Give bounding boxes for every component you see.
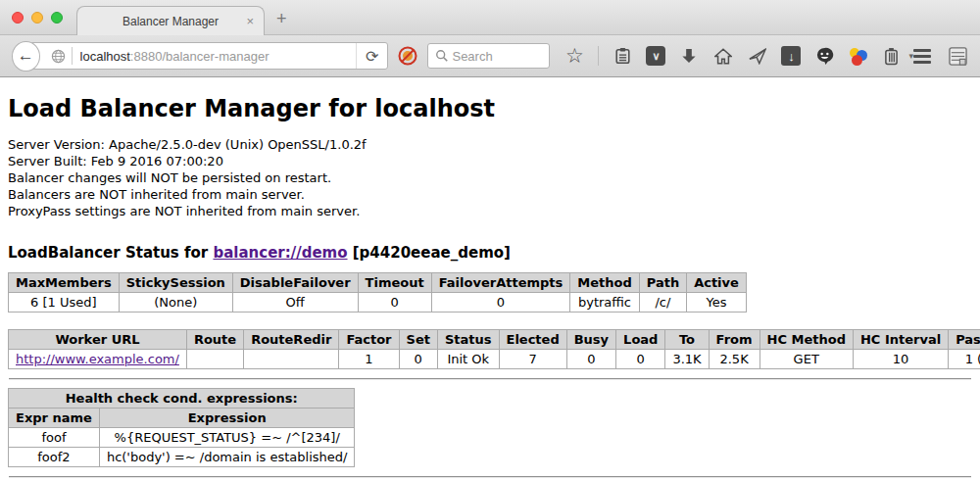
col-status: Status <box>437 330 499 350</box>
url-separator <box>72 47 73 65</box>
col-method: Method <box>570 273 639 293</box>
health-check-table: Health check cond. expressions: Expr nam… <box>8 388 355 467</box>
tab-close-icon[interactable]: × <box>246 14 254 28</box>
smiley-icon[interactable] <box>813 45 835 67</box>
downloads-icon[interactable] <box>678 45 700 67</box>
grid-icon[interactable] <box>947 45 968 67</box>
col-route: Route <box>186 330 243 350</box>
bookmark-star-icon[interactable]: ☆ <box>564 45 585 67</box>
col-stickysession: StickySession <box>119 273 232 293</box>
table-header-row: Worker URL Route RouteRedir Factor Set S… <box>9 330 980 350</box>
clipboard-icon[interactable] <box>612 45 633 67</box>
home-icon[interactable] <box>712 45 734 67</box>
table-title-row: Health check cond. expressions: <box>9 389 355 409</box>
status-prefix: LoadBalancer Status for <box>8 244 213 262</box>
navigation-toolbar: ← localhost:8880/balancer-manager ⟳ ☆ ∨ <box>0 35 980 77</box>
table-row: 6 [1 Used] (None) Off 0 0 bytraffic /c/ … <box>9 293 747 313</box>
search-icon <box>434 45 450 67</box>
health-table-title: Health check cond. expressions: <box>9 389 355 409</box>
titlebar: Balancer Manager × + <box>0 0 980 35</box>
worker-url-link[interactable]: http://www.example.com/ <box>16 352 179 366</box>
col-to: To <box>665 330 709 350</box>
pocket-icon[interactable]: ∨ <box>646 46 665 66</box>
menu-icon[interactable] <box>913 49 931 64</box>
col-expr-name: Expr name <box>9 409 100 428</box>
balancers-notice-line: Balancers are NOT inherited from main se… <box>8 186 972 203</box>
table-header-row: Expr name Expression <box>9 409 355 428</box>
col-busy: Busy <box>566 330 615 350</box>
browser-tab[interactable]: Balancer Manager × <box>76 6 265 35</box>
toolbar-divider <box>598 46 599 66</box>
traffic-lights <box>12 12 63 24</box>
back-button[interactable]: ← <box>12 41 40 72</box>
worker-table: Worker URL Route RouteRedir Factor Set S… <box>8 329 980 369</box>
col-failoverattempts: FailoverAttempts <box>431 273 570 293</box>
browser-window: Balancer Manager × + ← localhost:8880/ba… <box>0 0 980 481</box>
toolbar-buttons: ☆ ∨ ↓ <box>564 45 913 67</box>
server-built-line: Server Built: Feb 9 2016 07:00:20 <box>8 153 972 169</box>
col-hc-interval: HC Interval <box>853 330 948 350</box>
loadbalancer-status-heading: LoadBalancer Status for balancer://demo … <box>8 244 972 262</box>
col-expression: Expression <box>99 409 355 428</box>
close-window-button[interactable] <box>12 12 24 24</box>
url-host: localhost <box>80 49 130 64</box>
col-maxmembers: MaxMembers <box>9 273 120 293</box>
col-active: Active <box>687 273 747 293</box>
reload-icon[interactable]: ⟳ <box>356 43 387 69</box>
col-disablefailover: DisableFailover <box>232 273 358 293</box>
col-worker-url: Worker URL <box>9 330 187 350</box>
server-version-line: Server Version: Apache/2.5.0-dev (Unix) … <box>8 136 972 153</box>
bottom-divider <box>9 476 971 478</box>
table-row: http://www.example.com/ 1 0 Init Ok 7 0 … <box>9 350 980 369</box>
table-row: foof %{REQUEST_STATUS} =~ /^[234]/ <box>9 428 355 448</box>
server-info: Server Version: Apache/2.5.0-dev (Unix) … <box>8 136 972 219</box>
toolbar-right <box>913 45 968 67</box>
colored-dots-icon[interactable] <box>848 46 867 66</box>
download-box-icon[interactable]: ↓ <box>781 46 801 66</box>
page-content: Load Balancer Manager for localhost Serv… <box>0 77 980 480</box>
col-routeredir: RouteRedir <box>244 330 339 350</box>
minimize-window-button[interactable] <box>31 12 43 24</box>
table-header-row: MaxMembers StickySession DisableFailover… <box>9 273 747 293</box>
col-from: From <box>709 330 760 350</box>
url-bar[interactable]: localhost:8880/balancer-manager ⟳ <box>24 42 389 70</box>
col-path: Path <box>639 273 686 293</box>
battery-icon[interactable] <box>880 45 902 67</box>
new-tab-button[interactable]: + <box>276 10 287 27</box>
col-hc-method: HC Method <box>760 330 853 350</box>
persist-notice-line: Balancer changes will NOT be persisted o… <box>8 169 972 186</box>
status-suffix: [p4420eeae_demo] <box>348 244 511 262</box>
balancer-summary-table: MaxMembers StickySession DisableFailover… <box>8 272 747 313</box>
url-path: :8880/balancer-manager <box>130 49 270 64</box>
search-input[interactable] <box>450 48 543 65</box>
search-box[interactable] <box>427 43 550 69</box>
table-row: foof2 hc('body') =~ /domain is establish… <box>9 448 355 467</box>
zoom-window-button[interactable] <box>51 12 63 24</box>
col-set: Set <box>399 330 437 350</box>
paper-plane-icon[interactable] <box>747 45 768 67</box>
globe-icon <box>51 49 66 64</box>
col-load: Load <box>616 330 665 350</box>
col-timeout: Timeout <box>358 273 431 293</box>
url-text[interactable]: localhost:8880/balancer-manager <box>80 49 357 64</box>
col-factor: Factor <box>339 330 399 350</box>
section-divider <box>9 378 971 380</box>
col-passes: Passes <box>949 330 980 350</box>
proxypass-notice-line: ProxyPass settings are NOT inherited fro… <box>8 203 972 219</box>
flashblock-icon[interactable] <box>398 46 417 66</box>
balancer-demo-link[interactable]: balancer://demo <box>213 244 347 262</box>
tab-title: Balancer Manager <box>117 15 224 28</box>
col-elected: Elected <box>499 330 566 350</box>
page-title: Load Balancer Manager for localhost <box>8 95 972 122</box>
